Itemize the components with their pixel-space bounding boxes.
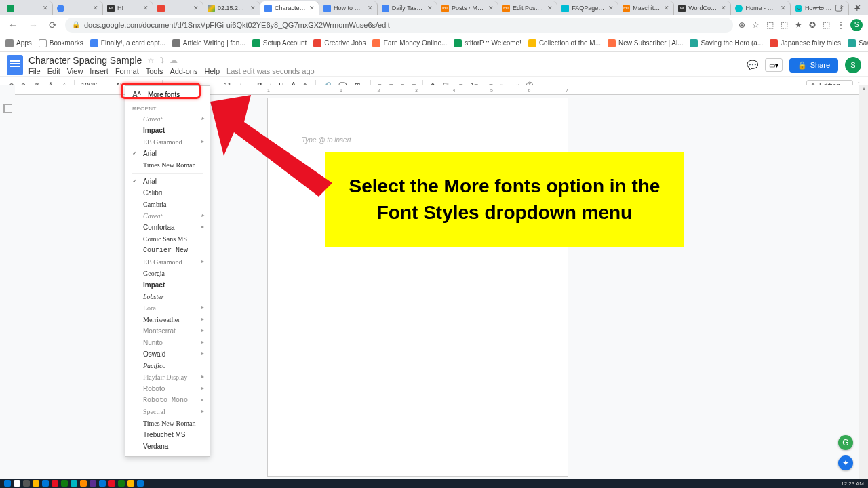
browser-profile-avatar[interactable]: S bbox=[850, 19, 863, 31]
font-option[interactable]: Montserrat bbox=[125, 325, 210, 337]
bookmark-item[interactable]: Bookmarks bbox=[39, 39, 83, 47]
tab-close-icon[interactable]: ✕ bbox=[664, 5, 669, 12]
tab-close-icon[interactable]: ✕ bbox=[309, 5, 315, 12]
font-option[interactable]: Lora bbox=[125, 302, 210, 314]
font-option[interactable]: Calibri bbox=[125, 187, 210, 199]
font-option[interactable]: Pacifico bbox=[125, 360, 210, 371]
account-avatar[interactable]: S bbox=[845, 57, 861, 73]
scroll-up-icon[interactable]: ▴ bbox=[859, 85, 868, 95]
font-option[interactable]: Caveat bbox=[125, 210, 210, 222]
font-option[interactable]: Comic Sans MS bbox=[125, 233, 210, 245]
font-option[interactable]: Cambria bbox=[125, 199, 210, 210]
font-option[interactable]: Courier New bbox=[125, 245, 210, 256]
menu-format[interactable]: Format bbox=[115, 67, 139, 75]
font-option[interactable]: Lobster bbox=[125, 291, 210, 302]
browser-tab[interactable]: mTEdit Post "H✕ bbox=[498, 1, 557, 15]
browser-tab[interactable]: mTMaschituts✕ bbox=[618, 1, 674, 15]
bookmark-item[interactable]: Saving the Hero (a... bbox=[848, 39, 868, 47]
tab-close-icon[interactable]: ✕ bbox=[721, 5, 726, 12]
font-option[interactable]: Merriweather bbox=[125, 314, 210, 325]
window-dropdown-icon[interactable]: ⌄ bbox=[795, 3, 802, 11]
docs-logo-icon[interactable] bbox=[7, 55, 23, 75]
comment-history-icon[interactable]: 💬 bbox=[747, 60, 758, 70]
menu-insert[interactable]: Insert bbox=[90, 67, 108, 75]
bookmark-item[interactable]: Creative Jobs bbox=[313, 39, 366, 47]
browser-tab[interactable]: mTPosts ‹ Masc✕ bbox=[437, 1, 498, 15]
show-outline-icon[interactable] bbox=[3, 104, 12, 113]
font-option[interactable]: Nunito bbox=[125, 337, 210, 348]
tab-close-icon[interactable]: ✕ bbox=[427, 5, 433, 12]
font-option[interactable]: EB Garamond bbox=[125, 136, 210, 148]
extension-icon[interactable]: ⋮ bbox=[837, 20, 845, 30]
browser-tab[interactable]: 02.15.2022✕ bbox=[203, 1, 260, 15]
menu-file[interactable]: File bbox=[28, 67, 41, 75]
browser-tab[interactable]: H!H!✕ bbox=[103, 1, 153, 15]
bookmark-item[interactable]: New Subscriber | Al... bbox=[608, 39, 683, 47]
font-option[interactable]: Times New Roman bbox=[125, 159, 210, 171]
grammarly-fab-icon[interactable]: G bbox=[838, 435, 853, 450]
tab-close-icon[interactable]: ✕ bbox=[608, 5, 614, 12]
menu-tools[interactable]: Tools bbox=[146, 67, 163, 75]
vertical-scrollbar[interactable]: ▴ bbox=[859, 85, 868, 479]
browser-tab[interactable]: ✕ bbox=[153, 1, 203, 15]
extension-icon[interactable]: ★ bbox=[795, 20, 802, 30]
cloud-status-icon[interactable]: ☁ bbox=[170, 56, 178, 65]
window-minimize-icon[interactable]: — bbox=[814, 3, 823, 11]
browser-tab[interactable]: ✕ bbox=[3, 1, 53, 15]
font-option[interactable]: Playfair Display bbox=[125, 371, 210, 383]
url-input[interactable]: 🔒 docs.google.com/document/d/1SnxVpFfGi-… bbox=[65, 18, 733, 33]
present-button[interactable]: ▭▾ bbox=[765, 58, 783, 72]
tab-close-icon[interactable]: ✕ bbox=[488, 5, 494, 12]
more-fonts-item[interactable]: Aᴬ More fonts bbox=[125, 86, 210, 103]
font-option[interactable]: Times New Roman bbox=[125, 418, 210, 429]
last-edit-link[interactable]: Last edit was seconds ago bbox=[226, 67, 315, 75]
menu-help[interactable]: Help bbox=[204, 67, 220, 75]
font-option[interactable]: Roboto bbox=[125, 383, 210, 394]
extension-icon[interactable]: ✪ bbox=[809, 20, 816, 30]
tab-close-icon[interactable]: ✕ bbox=[368, 5, 373, 12]
browser-tab-active[interactable]: Character S✕ bbox=[260, 1, 319, 15]
menu-edit[interactable]: Edit bbox=[47, 67, 60, 75]
font-option[interactable]: Caveat bbox=[125, 113, 210, 125]
menu-view[interactable]: View bbox=[67, 67, 83, 75]
move-icon[interactable]: ⤵ bbox=[160, 56, 164, 65]
font-option[interactable]: Arial bbox=[125, 148, 210, 159]
extension-icon[interactable]: ⊕ bbox=[738, 20, 745, 30]
font-option[interactable]: Spectral bbox=[125, 406, 210, 418]
bookmark-item[interactable]: Collection of the M... bbox=[528, 39, 601, 47]
menu-add-ons[interactable]: Add-ons bbox=[170, 67, 197, 75]
extension-icon[interactable]: ⬚ bbox=[781, 20, 788, 30]
tab-close-icon[interactable]: ✕ bbox=[250, 5, 256, 12]
explore-fab-icon[interactable]: ✦ bbox=[838, 455, 853, 470]
star-icon[interactable]: ☆ bbox=[147, 56, 155, 65]
font-option[interactable]: Impact bbox=[125, 279, 210, 291]
bookmark-item[interactable]: Apps bbox=[5, 39, 32, 47]
font-option[interactable]: Impact bbox=[125, 125, 210, 136]
browser-tab[interactable]: Home - Can✕ bbox=[731, 1, 790, 15]
window-maximize-icon[interactable]: ▢ bbox=[835, 3, 842, 11]
font-option[interactable]: EB Garamond bbox=[125, 256, 210, 268]
window-close-icon[interactable]: ✕ bbox=[854, 3, 861, 11]
browser-tab[interactable]: FAQPage JS✕ bbox=[557, 1, 618, 15]
bookmark-item[interactable]: Japanese fairy tales bbox=[770, 39, 841, 47]
browser-tab[interactable]: How to Cha✕ bbox=[319, 1, 378, 15]
tab-close-icon[interactable]: ✕ bbox=[193, 5, 199, 12]
nav-reload-icon[interactable]: ⟳ bbox=[46, 20, 60, 30]
taskbar-clock[interactable]: 12:23 AM bbox=[841, 481, 864, 487]
nav-back-icon[interactable]: ← bbox=[5, 20, 20, 30]
bookmark-item[interactable]: Saving the Hero (a... bbox=[690, 39, 763, 47]
browser-tab[interactable]: WWordCount✕ bbox=[674, 1, 731, 15]
extension-icon[interactable]: ⬚ bbox=[823, 20, 830, 30]
bookmark-item[interactable]: Finally!, a card capt... bbox=[90, 39, 165, 47]
font-option[interactable]: Verdana bbox=[125, 441, 210, 452]
bookmark-item[interactable]: stiforP :: Welcome! bbox=[454, 39, 521, 47]
tab-close-icon[interactable]: ✕ bbox=[43, 5, 48, 12]
font-option[interactable]: Trebuchet MS bbox=[125, 429, 210, 441]
font-option[interactable]: Roboto Mono bbox=[125, 394, 210, 406]
document-title[interactable]: Character Spacing Sample bbox=[28, 55, 142, 66]
tab-close-icon[interactable]: ✕ bbox=[547, 5, 553, 12]
bookmark-item[interactable]: Article Writing | fan... bbox=[172, 39, 245, 47]
font-option[interactable]: Georgia bbox=[125, 268, 210, 279]
font-option[interactable]: Oswald bbox=[125, 348, 210, 360]
browser-tab[interactable]: ✕ bbox=[53, 1, 103, 15]
